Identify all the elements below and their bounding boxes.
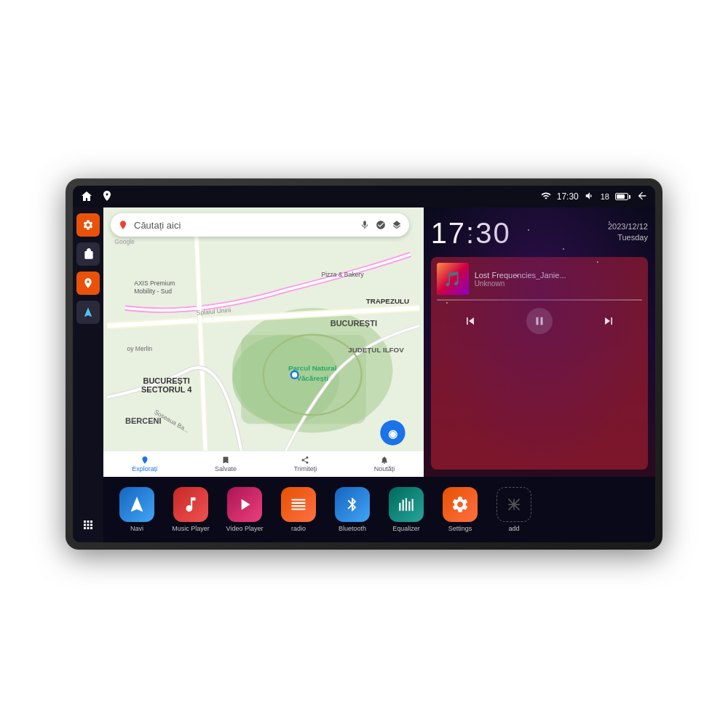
svg-rect-36 <box>412 499 414 510</box>
sidebar-nav-button[interactable] <box>76 301 100 324</box>
video-player-label: Video Player <box>226 525 264 532</box>
svg-rect-34 <box>405 498 407 510</box>
bluetooth-icon <box>335 487 370 522</box>
music-title: Lost Frequencies_Janie... <box>475 271 642 280</box>
device-frame: 17:30 18 <box>66 178 662 550</box>
account-icon <box>376 220 386 230</box>
back-button[interactable] <box>636 190 648 203</box>
clock-section: 17:30 2023/12/12 Tuesday <box>431 215 648 251</box>
map-news-tab[interactable]: Noutăți <box>374 456 395 472</box>
app-bluetooth[interactable]: Bluetooth <box>328 487 377 532</box>
svg-rect-32 <box>399 503 400 511</box>
status-time: 17:30 <box>557 191 579 202</box>
app-video-player[interactable]: Video Player <box>220 487 269 532</box>
music-next-button[interactable] <box>597 309 620 333</box>
map-share-tab[interactable]: Trimiteți <box>294 456 317 472</box>
svg-text:Google: Google <box>114 238 135 245</box>
map-search-bar[interactable]: Căutați aici <box>111 213 409 237</box>
add-icon <box>496 487 531 522</box>
music-info-row: Lost Frequencies_Janie... Unknown <box>437 263 642 295</box>
app-music-player[interactable]: Music Player <box>166 487 215 532</box>
clock-time: 17:30 <box>431 218 511 248</box>
equalizer-icon <box>389 487 424 522</box>
svg-rect-30 <box>291 505 306 507</box>
equalizer-label: Equalizer <box>392 525 420 532</box>
clock-day: Tuesday <box>608 232 648 243</box>
app-radio[interactable]: radio <box>274 487 323 532</box>
map-search-text[interactable]: Căutați aici <box>134 220 354 231</box>
app-grid-section: Navi Music Player Video Pl <box>103 477 655 542</box>
top-row: Căutați aici <box>103 207 655 477</box>
svg-text:AXIS Premium: AXIS Premium <box>134 280 175 287</box>
main-area: Căutați aici <box>73 207 655 542</box>
music-album-crowd <box>437 263 469 295</box>
map-saved-tab[interactable]: Salvate <box>215 456 237 472</box>
svg-text:TRAPEZULU: TRAPEZULU <box>366 297 409 305</box>
content-area: Căutați aici <box>103 207 655 542</box>
left-sidebar <box>73 207 103 542</box>
right-panel: 17:30 2023/12/12 Tuesday <box>424 207 655 477</box>
music-pause-button[interactable] <box>526 308 553 334</box>
app-add[interactable]: add <box>489 487 539 532</box>
sidebar-apps-button[interactable] <box>76 242 100 266</box>
music-player-label: Music Player <box>172 525 210 532</box>
location-icon[interactable] <box>100 190 114 203</box>
svg-text:SECTORUL 4: SECTORUL 4 <box>141 385 192 394</box>
video-player-icon <box>227 487 262 522</box>
radio-icon <box>281 487 316 522</box>
svg-text:Pizza & Bakery: Pizza & Bakery <box>321 271 364 278</box>
music-player-icon <box>173 487 208 522</box>
navi-icon <box>119 487 154 522</box>
radio-label: radio <box>291 525 306 532</box>
maps-icon <box>118 220 128 230</box>
navi-label: Navi <box>130 525 143 532</box>
svg-text:Mobility - Sud: Mobility - Sud <box>134 288 172 295</box>
app-navi[interactable]: Navi <box>112 487 162 532</box>
battery-icon <box>615 193 630 200</box>
svg-point-25 <box>292 372 297 377</box>
svg-text:JUDEȚUL ILFOV: JUDEȚUL ILFOV <box>348 346 404 354</box>
clock-date-value: 2023/12/12 <box>608 221 648 232</box>
layers-icon <box>392 220 402 230</box>
app-settings[interactable]: Settings <box>435 487 485 532</box>
svg-rect-29 <box>291 502 306 504</box>
device-screen: 17:30 18 <box>73 186 655 542</box>
settings-app-icon <box>443 487 478 522</box>
map-explore-tab[interactable]: Explorați <box>132 456 157 472</box>
home-icon[interactable] <box>80 190 93 203</box>
music-artist: Unknown <box>475 280 642 288</box>
status-bar-left <box>80 190 114 203</box>
svg-text:BUCUREȘTI: BUCUREȘTI <box>143 376 189 385</box>
svg-text:BERCENI: BERCENI <box>125 416 162 425</box>
music-prev-button[interactable] <box>459 309 482 333</box>
music-progress-bar[interactable] <box>437 299 642 301</box>
svg-rect-31 <box>291 508 306 510</box>
svg-rect-35 <box>408 502 410 511</box>
mic-icon <box>360 220 370 230</box>
svg-text:BUCUREȘTI: BUCUREȘTI <box>331 319 377 328</box>
music-controls <box>437 305 642 337</box>
sidebar-settings-button[interactable] <box>76 213 100 237</box>
sidebar-map-button[interactable] <box>76 272 100 295</box>
status-bar: 17:30 18 <box>73 186 655 207</box>
bluetooth-label: Bluetooth <box>339 525 366 532</box>
svg-text:Văcărești: Văcărești <box>296 374 328 382</box>
volume-icon <box>585 191 595 202</box>
clock-date: 2023/12/12 Tuesday <box>608 218 648 244</box>
signal-strength: 18 <box>601 192 609 201</box>
svg-text:◉: ◉ <box>388 428 397 440</box>
app-equalizer[interactable]: Equalizer <box>381 487 431 532</box>
music-album-art <box>437 263 469 295</box>
map-visual: TRAPEZULU Pizza & Bakery AXIS Premium Mo… <box>103 237 424 451</box>
svg-text:oy Merlin: oy Merlin <box>127 345 152 352</box>
add-label: add <box>508 525 519 532</box>
music-section: Lost Frequencies_Janie... Unknown <box>431 257 648 470</box>
sidebar-grid-button[interactable] <box>76 513 100 537</box>
map-section[interactable]: Căutați aici <box>103 207 424 477</box>
music-meta: Lost Frequencies_Janie... Unknown <box>475 271 642 288</box>
svg-rect-28 <box>291 499 306 500</box>
map-bottom-bar: Explorați Salvate Trimiteți <box>103 451 424 477</box>
wifi-icon <box>541 191 551 202</box>
settings-app-label: Settings <box>448 525 472 532</box>
status-bar-right: 17:30 18 <box>541 190 648 203</box>
